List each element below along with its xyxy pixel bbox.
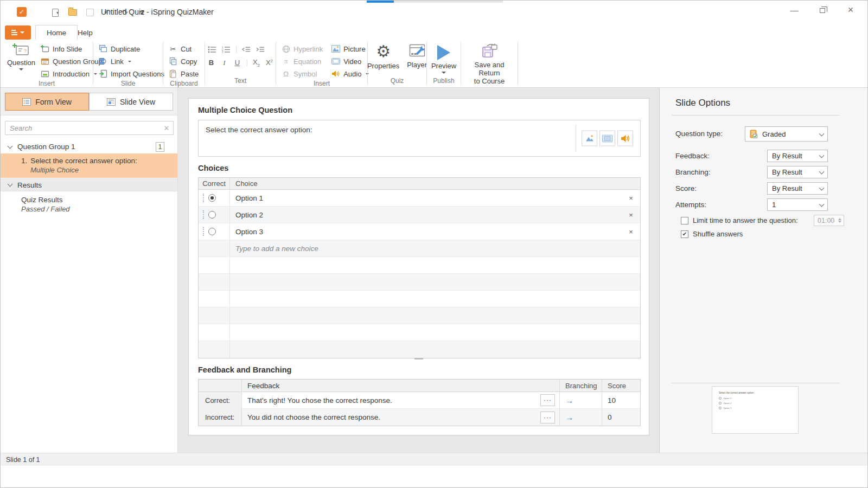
choice-1-label[interactable]: Option 1 [230,194,622,202]
add-choice-placeholder[interactable]: Type to add a new choice [230,245,640,253]
add-picture-button[interactable] [582,131,597,146]
question-type-dropdown[interactable]: Graded [745,126,828,142]
import-questions-button[interactable]: Import Questions [97,68,167,79]
restore-button[interactable] [814,3,831,17]
question-text-box[interactable]: Select the correct answer option: [198,120,641,157]
file-menu-button[interactable] [5,25,31,40]
preview-button[interactable]: Preview [428,42,459,76]
file-menu-icon [11,30,17,35]
delete-choice-2-icon[interactable]: × [622,211,640,219]
equation-button[interactable]: π Equation [279,56,325,67]
add-video-button[interactable] [599,131,615,146]
correct-radio-1[interactable] [208,194,216,202]
bullet-list-icon[interactable] [208,45,216,54]
link-button[interactable]: Link [97,56,167,67]
feedback-incorrect-text[interactable]: You did not choose the correct response. [247,413,380,421]
search-clear-icon[interactable]: ✕ [160,124,173,132]
drag-handle-icon[interactable] [203,210,204,219]
ribbon-group-clipboard: ✂ Cut Copy Paste Clipboard [163,40,205,87]
cut-icon: ✂ [169,44,177,53]
choices-heading: Choices [198,164,228,172]
group-label-publish: Publish [427,76,461,87]
numbered-list-icon[interactable]: 123 [222,45,231,54]
score-correct-value[interactable]: 10 [602,392,640,408]
equation-icon: π [282,57,290,66]
shuffle-checkbox[interactable]: ✔ [681,230,688,238]
attempts-dropdown[interactable]: 1 [767,198,828,211]
close-button[interactable]: × [843,3,859,17]
video-icon [331,57,340,66]
group-label-insert: Insert [1,79,93,88]
branching-arrow-icon[interactable]: → [565,413,573,422]
score-incorrect-value[interactable]: 0 [602,409,640,426]
feedback-correct-more-button[interactable]: ··· [540,394,555,406]
col-header-score: Score [602,380,640,391]
branching-arrow-icon[interactable]: → [565,396,573,405]
slide-view-button[interactable]: Slide View [89,93,173,111]
correct-radio-3[interactable] [208,228,216,235]
hyperlink-icon [282,44,290,53]
choice-row-3[interactable]: Option 3 × [199,223,640,240]
tree-question-1[interactable]: 1. Select the correct answer option: Mul… [1,153,177,178]
add-audio-button[interactable] [617,131,633,146]
duplicate-button[interactable]: Duplicate [97,43,167,54]
info-slide-label: Info Slide [53,45,82,53]
save-return-button[interactable]: Save and Returnto Course [464,42,514,86]
branching-dropdown[interactable]: By Result [767,166,828,178]
minimize-button[interactable]: — [786,3,802,17]
delete-choice-3-icon[interactable]: × [622,228,640,236]
col-header-correct: Correct [199,178,230,189]
save-button[interactable] [83,7,97,18]
increase-indent-icon[interactable] [256,45,265,54]
bold-button[interactable]: B [208,59,215,67]
hyperlink-button[interactable]: Hyperlink [279,43,325,54]
feedback-heading: Feedback and Branching [198,365,291,374]
paste-button[interactable]: Paste [167,68,201,79]
form-view-button[interactable]: Form View [5,93,89,111]
drag-handle-icon[interactable] [203,227,204,236]
feedback-incorrect-more-button[interactable]: ··· [540,412,555,423]
delete-choice-1-icon[interactable]: × [622,194,640,202]
cut-button[interactable]: ✂ Cut [167,43,201,54]
score-option-label: Score: [675,184,697,192]
question-button[interactable]: ? Question [4,42,39,79]
new-file-button[interactable]: ▾ [48,7,62,18]
limit-time-checkbox[interactable] [681,217,688,224]
properties-button[interactable]: ⚙ Properties [364,42,403,76]
spinner-arrows-icon[interactable] [836,218,844,223]
picture-icon [585,134,595,143]
svg-text:?: ? [24,48,27,54]
feedback-correct-text[interactable]: That's right! You chose the correct resp… [247,396,392,404]
tree-results-group[interactable]: Results [1,178,177,191]
tree-quiz-results[interactable]: Quiz Results Passed / Failed [1,191,177,217]
empty-row [199,291,640,307]
choice-row-1[interactable]: Option 1 × [199,190,640,207]
copy-button[interactable]: Copy [167,56,201,67]
score-dropdown[interactable]: By Result [767,182,828,195]
feedback-dropdown[interactable]: By Result [767,150,828,162]
add-choice-row[interactable]: Type to add a new choice [199,240,640,257]
open-button[interactable] [66,7,80,18]
table-resize-grip[interactable] [414,358,423,359]
chevron-down-icon [815,155,827,157]
italic-button[interactable]: I [221,59,228,67]
choice-row-2[interactable]: Option 2 × [199,207,640,223]
tab-help[interactable]: Help [67,25,104,40]
status-bar: Slide 1 of 1 [1,453,868,466]
underline-button[interactable]: U [234,59,241,67]
app-icon: ✓ [17,7,27,17]
superscript-button[interactable]: X2 [266,59,273,67]
info-slide-icon [41,44,49,53]
search-input[interactable] [5,124,160,132]
drag-handle-icon[interactable] [203,194,204,202]
tree-question-group-1[interactable]: Question Group 1 1 [1,140,177,153]
decrease-indent-icon[interactable] [242,45,251,54]
ribbon-group-save: Save and Returnto Course Save [461,40,518,87]
symbol-button[interactable]: Ω Symbol [279,68,325,79]
subscript-button[interactable]: X2 [253,58,260,68]
choice-2-label[interactable]: Option 2 [230,211,622,219]
choice-3-label[interactable]: Option 3 [230,228,622,236]
slide-thumbnail[interactable]: Select the correct answer option: Option… [712,386,799,434]
correct-radio-2[interactable] [208,211,216,219]
chevron-down-icon [8,182,13,187]
